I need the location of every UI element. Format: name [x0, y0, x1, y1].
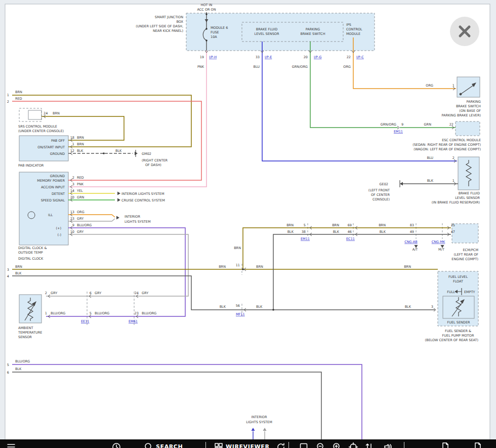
diagram-label: DIGITAL CLOCK	[18, 257, 44, 261]
connector-link[interactable]: EE11	[81, 319, 90, 323]
diagram-label: PARKING	[306, 27, 320, 31]
diagram-label: SRS CONTROL MODULE	[18, 125, 57, 129]
diagram-label: 69	[348, 223, 352, 227]
audio-icon[interactable]	[383, 442, 393, 448]
connector-link[interactable]: CNG-AB	[404, 240, 418, 244]
diagram-label: 22	[347, 55, 351, 59]
diagram-label: INTERIOR	[125, 215, 140, 219]
diagram-label: (UNDER CENTER CONSOLE)	[18, 129, 64, 133]
wireviewer-label[interactable]: WIREVIEWER	[226, 443, 269, 448]
diagram-label: FUSE	[211, 30, 219, 34]
junction-dot	[205, 39, 208, 42]
diagram-label: 9	[72, 223, 74, 227]
page-flag-icon[interactable]	[440, 442, 450, 448]
connector-link[interactable]: EM61	[129, 319, 138, 323]
target-icon[interactable]	[348, 442, 358, 448]
refresh-icon[interactable]	[276, 442, 286, 448]
diagram-label: (RIGHT CENTER	[142, 158, 168, 162]
toolbar-divider-1	[205, 442, 206, 448]
diagram-label: GROUND	[50, 174, 65, 178]
diagram-label: 10	[70, 230, 74, 234]
diagram-label: (WAGON: LEFT REAR OF ENGINE COMPT)	[414, 147, 481, 151]
junction-dot	[103, 152, 105, 154]
diagram-label: 4	[7, 274, 9, 278]
diagram-label: FULL	[447, 290, 455, 294]
fit-vertical-icon[interactable]	[364, 442, 375, 448]
connector-link[interactable]: I/P-G	[314, 55, 322, 59]
diagram-label: BLK	[15, 367, 22, 371]
connector-link[interactable]: MF11	[236, 312, 245, 316]
menu-icon[interactable]	[6, 442, 16, 448]
diagram-label: BRN	[404, 265, 411, 269]
connector-link[interactable]: CNG-MK	[432, 240, 445, 244]
diagram-label: (LEFT FRONT	[368, 188, 390, 192]
diagram-label: PARKING BRAKE LEVER)	[441, 113, 481, 117]
diagram-label: BRN	[15, 265, 22, 269]
diagram-label: OF CENTER	[371, 193, 390, 197]
diagram-label: 6	[7, 371, 9, 375]
diagram-label: BRN	[77, 142, 84, 146]
diagram-label: INTERIOR	[252, 415, 267, 419]
diagram-label: GRN	[424, 123, 432, 127]
history-icon[interactable]	[111, 442, 121, 448]
diagram-label: (IN BRAKE FLUID RESERVOIR)	[432, 200, 480, 205]
diagram-label: GRY	[77, 217, 84, 221]
diagram-label: ORG	[343, 65, 351, 69]
connector-link[interactable]: I/P-E	[265, 55, 272, 59]
diagram-label: 18	[70, 136, 74, 140]
diagram-label: 3	[431, 305, 433, 309]
connector-link[interactable]: I/P-C	[356, 55, 364, 59]
diagram-label: (UNDER LEFT SIDE OF DASH,	[136, 24, 183, 28]
diagram-label: PARKING	[466, 100, 481, 104]
diagram-label: AMBIENT	[18, 326, 33, 330]
diagram-label: TEMPERATURE	[18, 331, 42, 335]
diagram-label: (SEDAN: RIGHT REAR OF ENGINE COMPT)	[412, 143, 481, 147]
diagram-label: BLK	[77, 149, 84, 153]
diagram-label: GRY	[95, 291, 101, 295]
wiring-diagram-canvas: HOT INACC OR ONSMART JUNCTIONBOX(UNDER L…	[0, 0, 496, 448]
zoom-in-icon[interactable]	[332, 442, 342, 448]
wireviewer-icon[interactable]	[214, 442, 224, 448]
diagram-label: 1	[45, 311, 47, 315]
diagram-label: (ON BASE OF	[459, 109, 481, 113]
diagram-label: BRN	[15, 90, 22, 94]
diagram-label: EMPTY	[464, 290, 475, 294]
diagram-label: INTERIOR LIGHTS SYSTEM	[121, 192, 164, 196]
diagram-label: BRN	[256, 265, 263, 269]
diagram-label: 49	[410, 230, 414, 234]
diagram-label: (+)	[56, 226, 61, 230]
diagram-label: ORG	[426, 84, 433, 88]
diagram-label: BRN	[286, 223, 294, 227]
diagram-label: MEMORY POWER	[37, 179, 65, 183]
bottom-toolbar: SEARCHWIREVIEWER	[0, 439, 496, 448]
diagram-label: ACC OR ON	[197, 8, 216, 12]
diagram-label: BLK	[405, 305, 411, 309]
search-label[interactable]: SEARCH	[156, 443, 183, 448]
ecm-pcm-box	[452, 224, 478, 243]
diagram-label: FUEL SENDER &	[445, 329, 471, 333]
toolbar-divider-3	[404, 442, 404, 448]
diagram-label: 1	[72, 142, 74, 146]
connector-link[interactable]: EM11	[301, 237, 310, 241]
connector-link[interactable]: I/P-H	[209, 55, 217, 59]
diagram-label: BRAKE FLUID	[459, 191, 480, 195]
diagram-label: OUTSIDE TEMP	[18, 251, 43, 255]
diagram-label: GRN/ORG	[292, 65, 308, 69]
connector-link[interactable]: EM11	[394, 130, 403, 134]
diagram-label: SMART JUNCTION	[155, 15, 183, 19]
connector-link[interactable]: EC11	[346, 237, 355, 241]
diagram-label: BLK	[427, 179, 434, 183]
fullscreen-icon[interactable]	[299, 442, 309, 448]
junction-dot	[205, 13, 208, 15]
diagram-label: 1	[452, 179, 454, 183]
zoom-out-icon[interactable]	[316, 442, 326, 448]
diagram-label: SENSOR	[18, 335, 32, 339]
diagram-label: 24	[44, 111, 48, 115]
diagram-label: BLU/ORG	[51, 311, 65, 315]
diagram-label: (LEFT REAR OF	[454, 253, 479, 257]
close-button[interactable]	[450, 17, 479, 46]
page-icon[interactable]	[473, 442, 483, 448]
diagram-label: 23	[70, 217, 74, 221]
diagram-label: GRY	[77, 230, 84, 234]
search-icon[interactable]	[144, 442, 154, 448]
